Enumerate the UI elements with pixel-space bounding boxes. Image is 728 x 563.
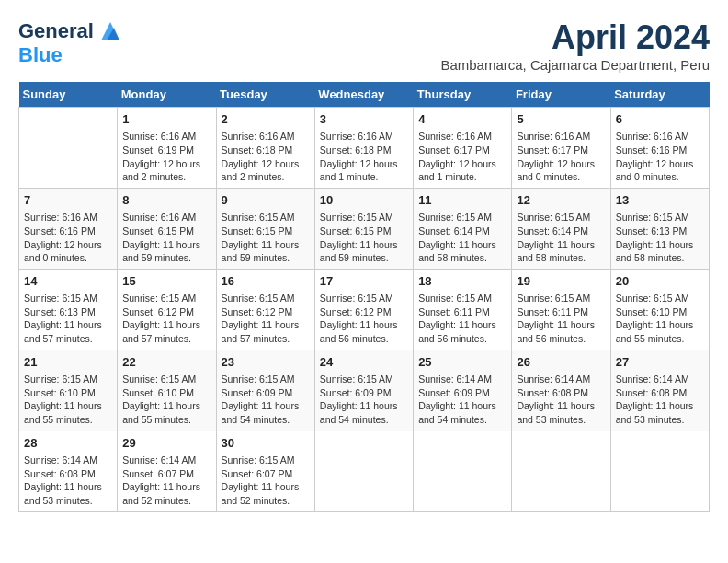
calendar-cell: 5Sunrise: 6:16 AM Sunset: 6:17 PM Daylig…	[512, 108, 610, 189]
calendar-cell	[314, 431, 413, 511]
calendar-cell: 8Sunrise: 6:16 AM Sunset: 6:15 PM Daylig…	[118, 188, 216, 269]
day-number: 24	[320, 354, 408, 371]
calendar-week-5: 28Sunrise: 6:14 AM Sunset: 6:08 PM Dayli…	[19, 431, 710, 511]
day-number: 10	[320, 192, 408, 209]
day-info: Sunrise: 6:15 AM Sunset: 6:09 PM Dayligh…	[222, 373, 310, 427]
calendar-cell: 22Sunrise: 6:15 AM Sunset: 6:10 PM Dayli…	[118, 350, 216, 431]
calendar-cell: 29Sunrise: 6:14 AM Sunset: 6:07 PM Dayli…	[118, 431, 216, 511]
day-info: Sunrise: 6:16 AM Sunset: 6:18 PM Dayligh…	[222, 130, 310, 184]
day-info: Sunrise: 6:16 AM Sunset: 6:17 PM Dayligh…	[517, 130, 605, 184]
day-info: Sunrise: 6:15 AM Sunset: 6:10 PM Dayligh…	[24, 373, 112, 427]
calendar-week-2: 7Sunrise: 6:16 AM Sunset: 6:16 PM Daylig…	[19, 188, 710, 269]
calendar-cell: 19Sunrise: 6:15 AM Sunset: 6:11 PM Dayli…	[512, 269, 610, 350]
logo: General Blue	[18, 18, 123, 66]
day-number: 2	[222, 111, 310, 128]
calendar-cell: 10Sunrise: 6:15 AM Sunset: 6:15 PM Dayli…	[314, 188, 413, 269]
day-number: 15	[122, 273, 210, 290]
calendar-cell: 20Sunrise: 6:15 AM Sunset: 6:10 PM Dayli…	[610, 269, 709, 350]
calendar-cell	[414, 431, 512, 511]
calendar-week-3: 14Sunrise: 6:15 AM Sunset: 6:13 PM Dayli…	[19, 269, 710, 350]
calendar-cell: 3Sunrise: 6:16 AM Sunset: 6:18 PM Daylig…	[314, 108, 413, 189]
calendar-cell: 14Sunrise: 6:15 AM Sunset: 6:13 PM Dayli…	[19, 269, 118, 350]
day-info: Sunrise: 6:15 AM Sunset: 6:10 PM Dayligh…	[122, 373, 210, 427]
day-number: 14	[24, 273, 112, 290]
day-number: 21	[24, 354, 112, 371]
day-number: 5	[517, 111, 605, 128]
day-number: 27	[616, 354, 704, 371]
day-info: Sunrise: 6:14 AM Sunset: 6:08 PM Dayligh…	[517, 373, 605, 427]
column-header-friday: Friday	[512, 82, 610, 108]
month-title: April 2024	[440, 18, 710, 57]
day-number: 1	[122, 111, 210, 128]
day-info: Sunrise: 6:15 AM Sunset: 6:07 PM Dayligh…	[222, 454, 310, 508]
day-number: 12	[517, 192, 605, 209]
calendar-cell: 24Sunrise: 6:15 AM Sunset: 6:09 PM Dayli…	[314, 350, 413, 431]
day-info: Sunrise: 6:16 AM Sunset: 6:18 PM Dayligh…	[320, 130, 408, 184]
day-info: Sunrise: 6:15 AM Sunset: 6:12 PM Dayligh…	[122, 292, 210, 346]
day-number: 3	[320, 111, 408, 128]
calendar-cell: 1Sunrise: 6:16 AM Sunset: 6:19 PM Daylig…	[118, 108, 216, 189]
day-number: 26	[517, 354, 605, 371]
day-number: 30	[222, 435, 310, 452]
day-number: 23	[222, 354, 310, 371]
calendar-cell: 15Sunrise: 6:15 AM Sunset: 6:12 PM Dayli…	[118, 269, 216, 350]
calendar-cell: 6Sunrise: 6:16 AM Sunset: 6:16 PM Daylig…	[610, 108, 709, 189]
calendar-cell: 27Sunrise: 6:14 AM Sunset: 6:08 PM Dayli…	[610, 350, 709, 431]
calendar-cell: 12Sunrise: 6:15 AM Sunset: 6:14 PM Dayli…	[512, 188, 610, 269]
column-header-monday: Monday	[118, 82, 216, 108]
day-number: 16	[222, 273, 310, 290]
day-number: 13	[616, 192, 704, 209]
calendar-cell: 2Sunrise: 6:16 AM Sunset: 6:18 PM Daylig…	[216, 108, 314, 189]
day-info: Sunrise: 6:16 AM Sunset: 6:16 PM Dayligh…	[616, 130, 704, 184]
calendar-cell: 30Sunrise: 6:15 AM Sunset: 6:07 PM Dayli…	[216, 431, 314, 511]
day-info: Sunrise: 6:16 AM Sunset: 6:19 PM Dayligh…	[122, 130, 210, 184]
calendar-cell: 7Sunrise: 6:16 AM Sunset: 6:16 PM Daylig…	[19, 188, 118, 269]
calendar-cell	[512, 431, 610, 511]
day-number: 29	[122, 435, 210, 452]
day-number: 4	[418, 111, 506, 128]
day-number: 20	[616, 273, 704, 290]
day-number: 8	[122, 192, 210, 209]
day-info: Sunrise: 6:15 AM Sunset: 6:12 PM Dayligh…	[222, 292, 310, 346]
day-info: Sunrise: 6:16 AM Sunset: 6:15 PM Dayligh…	[122, 211, 210, 265]
day-number: 18	[418, 273, 506, 290]
day-info: Sunrise: 6:14 AM Sunset: 6:08 PM Dayligh…	[616, 373, 704, 427]
column-header-wednesday: Wednesday	[314, 82, 413, 108]
calendar-cell	[19, 108, 118, 189]
day-number: 11	[418, 192, 506, 209]
subtitle: Bambamarca, Cajamarca Department, Peru	[440, 57, 710, 73]
calendar-week-4: 21Sunrise: 6:15 AM Sunset: 6:10 PM Dayli…	[19, 350, 710, 431]
day-info: Sunrise: 6:15 AM Sunset: 6:11 PM Dayligh…	[517, 292, 605, 346]
calendar-cell: 23Sunrise: 6:15 AM Sunset: 6:09 PM Dayli…	[216, 350, 314, 431]
day-info: Sunrise: 6:14 AM Sunset: 6:07 PM Dayligh…	[122, 454, 210, 508]
day-number: 6	[616, 111, 704, 128]
calendar-week-1: 1Sunrise: 6:16 AM Sunset: 6:19 PM Daylig…	[19, 108, 710, 189]
day-info: Sunrise: 6:15 AM Sunset: 6:12 PM Dayligh…	[320, 292, 408, 346]
day-number: 28	[24, 435, 112, 452]
calendar-table: SundayMondayTuesdayWednesdayThursdayFrid…	[18, 82, 710, 512]
calendar-cell: 25Sunrise: 6:14 AM Sunset: 6:09 PM Dayli…	[414, 350, 512, 431]
calendar-cell: 9Sunrise: 6:15 AM Sunset: 6:15 PM Daylig…	[216, 188, 314, 269]
calendar-cell: 13Sunrise: 6:15 AM Sunset: 6:13 PM Dayli…	[610, 188, 709, 269]
day-number: 25	[418, 354, 506, 371]
day-info: Sunrise: 6:15 AM Sunset: 6:14 PM Dayligh…	[517, 211, 605, 265]
calendar-cell	[610, 431, 709, 511]
calendar-cell: 18Sunrise: 6:15 AM Sunset: 6:11 PM Dayli…	[414, 269, 512, 350]
column-header-saturday: Saturday	[610, 82, 709, 108]
column-header-thursday: Thursday	[414, 82, 512, 108]
day-info: Sunrise: 6:15 AM Sunset: 6:14 PM Dayligh…	[418, 211, 506, 265]
day-info: Sunrise: 6:15 AM Sunset: 6:10 PM Dayligh…	[616, 292, 704, 346]
day-number: 22	[122, 354, 210, 371]
page-header: General Blue April 2024 Bambamarca, Caja…	[18, 18, 710, 73]
day-info: Sunrise: 6:15 AM Sunset: 6:15 PM Dayligh…	[320, 211, 408, 265]
day-info: Sunrise: 6:15 AM Sunset: 6:13 PM Dayligh…	[24, 292, 112, 346]
title-block: April 2024 Bambamarca, Cajamarca Departm…	[440, 18, 710, 73]
column-header-tuesday: Tuesday	[216, 82, 314, 108]
day-info: Sunrise: 6:15 AM Sunset: 6:11 PM Dayligh…	[418, 292, 506, 346]
calendar-cell: 17Sunrise: 6:15 AM Sunset: 6:12 PM Dayli…	[314, 269, 413, 350]
day-info: Sunrise: 6:16 AM Sunset: 6:16 PM Dayligh…	[24, 211, 112, 265]
calendar-cell: 4Sunrise: 6:16 AM Sunset: 6:17 PM Daylig…	[414, 108, 512, 189]
day-info: Sunrise: 6:16 AM Sunset: 6:17 PM Dayligh…	[418, 130, 506, 184]
day-number: 17	[320, 273, 408, 290]
calendar-cell: 16Sunrise: 6:15 AM Sunset: 6:12 PM Dayli…	[216, 269, 314, 350]
